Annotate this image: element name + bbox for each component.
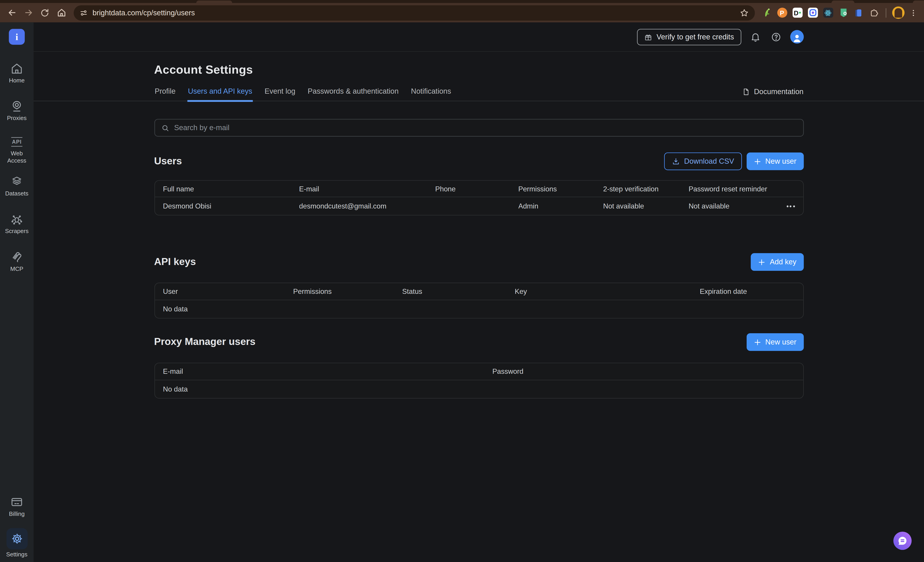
tab-users-and-api-keys[interactable]: Users and API keys — [187, 85, 253, 102]
home-icon — [10, 62, 24, 75]
browser-chrome: brightdata.com/cp/setting/users P D — [0, 0, 924, 22]
browser-profile-avatar[interactable] — [892, 6, 904, 19]
api-keys-section-title: API keys — [154, 256, 196, 268]
new-user-button[interactable]: New user — [746, 152, 803, 170]
sidebar-item-settings[interactable]: Settings — [0, 528, 34, 558]
proxy-manager-table-header: E-mail Password — [154, 363, 803, 380]
mcp-icon — [10, 250, 24, 264]
plant-icon[interactable] — [761, 7, 772, 18]
api-badge-icon: API — [11, 137, 22, 146]
page-title: Account Settings — [154, 63, 804, 76]
user-avatar[interactable] — [790, 30, 803, 43]
url-text: brightdata.com/cp/setting/users — [93, 9, 195, 17]
o-icon[interactable] — [807, 7, 819, 18]
gear-icon — [10, 532, 24, 546]
screen: brightdata.com/cp/setting/users P D — [0, 0, 924, 562]
sidebar-item-web-access[interactable]: API Web Access — [0, 137, 34, 164]
tab-profile[interactable]: Profile — [154, 85, 176, 101]
sidebar-item-proxies[interactable]: Proxies — [0, 100, 34, 122]
sidebar-item-datasets[interactable]: Datasets — [0, 175, 34, 197]
back-icon[interactable] — [5, 6, 18, 19]
gift-icon — [644, 33, 652, 41]
download-icon — [672, 157, 680, 166]
sidebar-item-scrapers[interactable]: Scrapers — [0, 212, 34, 235]
proxy-manager-section-title: Proxy Manager users — [154, 336, 256, 348]
add-key-button[interactable]: Add key — [751, 253, 803, 271]
tabs: Profile Users and API keys Event log Pas… — [154, 85, 804, 101]
browser-toolbar: brightdata.com/cp/setting/users P D — [0, 3, 924, 22]
address-bar[interactable]: brightdata.com/cp/setting/users — [74, 5, 755, 20]
sidebar-item-home[interactable]: Home — [0, 62, 34, 84]
shield-icon[interactable] — [837, 7, 849, 18]
datasets-icon — [10, 175, 24, 188]
user-permissions: Admin — [518, 202, 603, 210]
tab-event-log[interactable]: Event log — [264, 85, 296, 101]
search-input[interactable] — [174, 124, 797, 132]
users-section-title: Users — [154, 155, 182, 167]
sidebar-item-mcp[interactable]: MCP — [0, 250, 34, 272]
search-icon — [160, 123, 170, 132]
documentation-link[interactable]: Documentation — [742, 88, 803, 101]
chat-widget-button[interactable] — [893, 532, 912, 550]
help-icon[interactable] — [770, 30, 783, 43]
puzzle-icon[interactable] — [868, 7, 880, 18]
chat-bubble-icon — [897, 536, 908, 546]
react-icon[interactable] — [822, 7, 834, 18]
d-icon[interactable]: D — [792, 7, 803, 18]
user-email: desmondcutest@gmail.com — [299, 202, 435, 210]
tab-passwords-authentication[interactable]: Passwords & authentication — [307, 85, 399, 101]
proxy-manager-empty-row: No data — [154, 380, 803, 398]
spider-icon — [10, 212, 24, 226]
home-nav-icon[interactable] — [55, 6, 68, 19]
topbar: Verify to get free credits — [34, 22, 924, 52]
user-full-name: Desmond Obisi — [163, 202, 299, 210]
verify-credits-button[interactable]: Verify to get free credits — [637, 28, 741, 45]
patreon-icon[interactable]: P — [776, 7, 788, 18]
plus-icon — [758, 258, 766, 266]
document-icon — [742, 88, 750, 96]
browser-tab-strip — [0, 0, 924, 3]
sidebar: i Home Proxies API Web Access Datasets S… — [0, 22, 34, 562]
users-table-row: Desmond Obisi desmondcutest@gmail.com Ad… — [154, 197, 803, 215]
api-keys-table: User Permissions Status Key Expiration d… — [154, 282, 804, 318]
tab-curve — [831, 1, 854, 3]
credit-card-icon — [10, 495, 24, 509]
proxy-new-user-button[interactable]: New user — [746, 333, 803, 351]
proxy-manager-table: E-mail Password No data — [154, 363, 804, 399]
browser-menu-icon[interactable] — [908, 6, 919, 19]
settings-active-tile — [6, 528, 27, 549]
no-data-text: No data — [163, 385, 795, 393]
sidebar-item-billing[interactable]: Billing — [0, 495, 34, 517]
active-tab-curve — [196, 1, 232, 3]
tab-notifications[interactable]: Notifications — [410, 85, 452, 101]
no-data-text: No data — [163, 305, 795, 313]
plus-icon — [754, 338, 761, 346]
row-actions-icon[interactable] — [777, 205, 795, 207]
notes-icon[interactable] — [853, 7, 864, 18]
toolbar-separator — [886, 8, 886, 17]
reload-icon[interactable] — [38, 6, 51, 19]
user-password-reset: Not available — [688, 202, 777, 210]
api-keys-table-header: User Permissions Status Key Expiration d… — [154, 283, 803, 300]
location-pin-icon — [10, 100, 24, 113]
bookmark-star-icon[interactable] — [740, 8, 749, 17]
user-two-step: Not available — [603, 202, 688, 210]
users-table: Full name E-mail Phone Permissions 2-ste… — [154, 180, 804, 215]
notifications-bell-icon[interactable] — [748, 30, 762, 43]
search-box — [154, 119, 804, 136]
tab-curve — [913, 1, 924, 3]
download-csv-button[interactable]: Download CSV — [664, 152, 742, 170]
forward-icon[interactable] — [22, 6, 35, 19]
plus-icon — [754, 157, 761, 165]
users-table-header: Full name E-mail Phone Permissions 2-ste… — [154, 181, 803, 197]
site-settings-icon[interactable] — [80, 9, 88, 17]
brightdata-logo[interactable]: i — [9, 29, 25, 45]
api-keys-empty-row: No data — [154, 300, 803, 318]
